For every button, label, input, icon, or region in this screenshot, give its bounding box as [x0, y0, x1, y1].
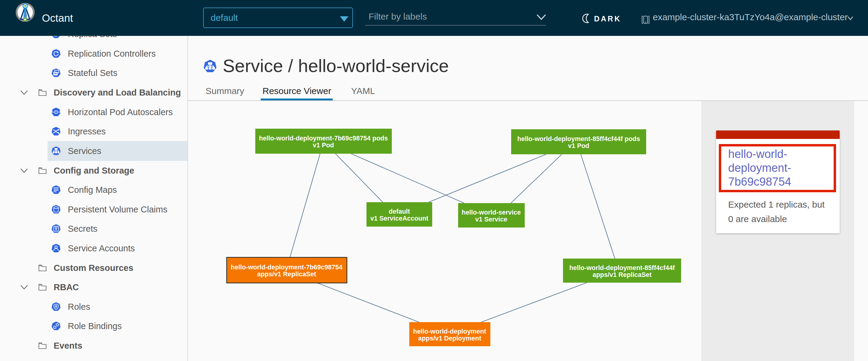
svg-text:hello-world-deployment-85ff4cf: hello-world-deployment-85ff4cf44f pods	[517, 135, 640, 142]
svg-text:hello-world-service: hello-world-service	[462, 209, 521, 216]
svg-text:apps/v1 ReplicaSet: apps/v1 ReplicaSet	[257, 271, 316, 278]
svg-text:v1 Pod: v1 Pod	[568, 142, 590, 150]
svg-text:v1 Service: v1 Service	[475, 216, 507, 223]
svg-text:default: default	[389, 208, 410, 215]
svg-text:hello-world-deployment: hello-world-deployment	[413, 328, 486, 335]
svg-text:v1 ServiceAccount: v1 ServiceAccount	[370, 215, 428, 222]
svg-text:hello-world-deployment-7b69c98: hello-world-deployment-7b69c98754	[231, 264, 342, 271]
svg-text:v1 Pod: v1 Pod	[313, 142, 334, 149]
svg-text:apps/v1 ReplicaSet: apps/v1 ReplicaSet	[592, 271, 652, 278]
svg-text:apps/v1 Deployment: apps/v1 Deployment	[418, 335, 481, 342]
svg-text:hello-world-deployment-7b69c98: hello-world-deployment-7b69c98754 pods	[259, 135, 388, 142]
svg-text:hello-world-deployment-85ff4cf: hello-world-deployment-85ff4cf44f	[569, 264, 675, 271]
